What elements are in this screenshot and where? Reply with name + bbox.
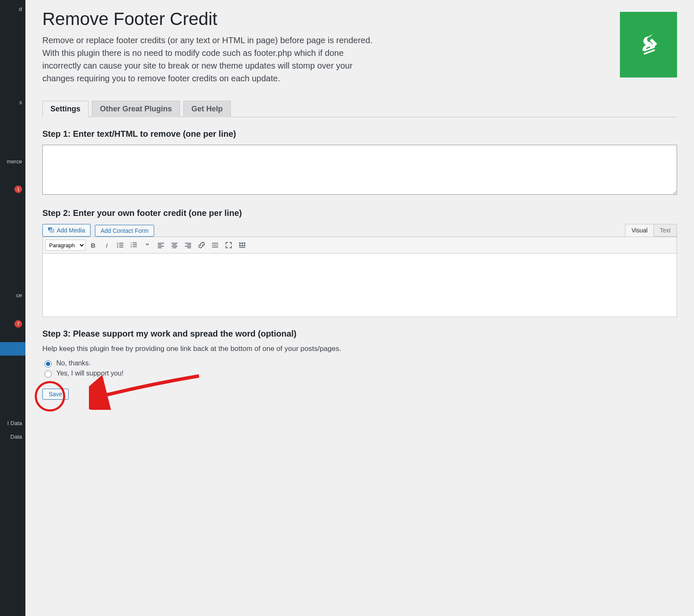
svg-rect-14: [158, 243, 164, 244]
svg-rect-21: [173, 248, 177, 249]
svg-rect-35: [239, 245, 241, 246]
link-button[interactable]: [196, 239, 207, 251]
sidebar-cut-text: d: [19, 6, 22, 12]
svg-rect-20: [171, 246, 177, 247]
align-center-button[interactable]: [169, 239, 180, 251]
footer-credit-editor[interactable]: [42, 254, 677, 317]
support-radio-no-label: No, thanks.: [56, 359, 91, 367]
remove-text-input[interactable]: [42, 145, 677, 195]
svg-rect-33: [241, 243, 243, 244]
svg-rect-26: [212, 243, 218, 244]
svg-rect-9: [133, 243, 137, 243]
support-radio-no[interactable]: [44, 360, 52, 367]
sidebar-cut-text: s: [19, 99, 22, 105]
italic-button[interactable]: I: [101, 239, 113, 251]
add-media-label: Add Media: [57, 227, 85, 234]
save-button[interactable]: Save: [42, 389, 69, 400]
page-description: Remove or replace footer credits (or any…: [42, 34, 377, 85]
svg-rect-11: [133, 245, 137, 246]
svg-rect-23: [187, 245, 191, 246]
svg-rect-5: [119, 245, 123, 246]
toolbar-toggle-button[interactable]: [236, 239, 248, 251]
add-contact-form-button[interactable]: Add Contact Form: [95, 225, 154, 237]
svg-rect-30: [217, 245, 218, 246]
svg-rect-25: [187, 248, 191, 249]
tab-settings[interactable]: Settings: [42, 101, 88, 117]
sidebar-badge: 7: [14, 320, 22, 328]
sidebar-cut-text: merce: [7, 158, 22, 165]
tab-get-help[interactable]: Get Help: [183, 101, 231, 117]
svg-rect-3: [119, 243, 123, 244]
step1-label: Step 1: Enter text/HTML to remove (one p…: [42, 129, 677, 139]
align-right-button[interactable]: [182, 239, 194, 251]
step2-label: Step 2: Enter your own footer credit (on…: [42, 208, 677, 218]
page-title: Remove Footer Credit: [42, 8, 677, 30]
add-media-button[interactable]: Add Media: [42, 224, 91, 237]
svg-rect-13: [133, 246, 137, 247]
plugin-logo: [620, 12, 677, 77]
svg-rect-32: [239, 243, 241, 244]
tab-other-great-plugins[interactable]: Other Great Plugins: [92, 101, 180, 117]
support-radio-yes-label: Yes, I will support you!: [56, 370, 124, 377]
sidebar-cut-text: Data: [11, 434, 22, 440]
svg-rect-22: [185, 243, 191, 244]
svg-rect-15: [158, 245, 162, 246]
fullscreen-button[interactable]: [223, 239, 235, 251]
svg-point-6: [117, 247, 118, 248]
svg-rect-31: [212, 247, 218, 248]
svg-rect-34: [244, 243, 246, 244]
numbered-list-button[interactable]: 123: [128, 239, 140, 251]
svg-rect-19: [173, 245, 177, 246]
bold-button[interactable]: B: [87, 239, 99, 251]
sidebar-current-arrow: [0, 342, 25, 356]
editor-mode-tabs: Visual Text: [625, 224, 677, 237]
nav-tabs: Settings Other Great Plugins Get Help: [42, 97, 677, 117]
media-icon: [48, 227, 54, 234]
svg-rect-16: [158, 246, 164, 247]
svg-rect-29: [214, 245, 216, 246]
editor-tab-text[interactable]: Text: [653, 224, 677, 237]
paragraph-select[interactable]: Paragraph: [45, 240, 86, 251]
svg-rect-28: [212, 245, 214, 246]
editor-tab-visual[interactable]: Visual: [625, 224, 654, 237]
editor-toolbar: Paragraph B I 123 “: [42, 237, 677, 254]
svg-rect-38: [239, 247, 245, 248]
svg-rect-24: [185, 246, 191, 247]
svg-rect-37: [244, 245, 246, 246]
sidebar-cut-text: I Data: [7, 420, 22, 426]
admin-sidebar: d s merce 1 ce 7 I Data Data: [0, 0, 25, 616]
support-option-yes[interactable]: Yes, I will support you!: [42, 369, 677, 378]
add-contact-form-label: Add Contact Form: [100, 227, 149, 234]
sidebar-badge: 1: [14, 185, 22, 193]
svg-point-2: [117, 243, 118, 244]
svg-rect-17: [158, 248, 162, 249]
step3-label: Step 3: Please support my work and sprea…: [42, 329, 677, 339]
support-radio-yes[interactable]: [44, 370, 52, 378]
admin-content: Remove Footer Credit Remove or replace f…: [25, 0, 694, 616]
step3-help-text: Help keep this plugin free by providing …: [42, 345, 677, 353]
svg-rect-7: [119, 247, 123, 248]
support-option-no[interactable]: No, thanks.: [42, 359, 677, 367]
svg-text:3: 3: [130, 246, 132, 249]
align-left-button[interactable]: [155, 239, 167, 251]
svg-point-4: [117, 245, 118, 246]
sidebar-cut-text: ce: [16, 292, 22, 298]
svg-rect-36: [241, 245, 243, 246]
blockquote-button[interactable]: “: [141, 239, 153, 251]
bulleted-list-button[interactable]: [114, 239, 126, 251]
read-more-button[interactable]: [209, 239, 221, 251]
svg-rect-18: [171, 243, 177, 244]
